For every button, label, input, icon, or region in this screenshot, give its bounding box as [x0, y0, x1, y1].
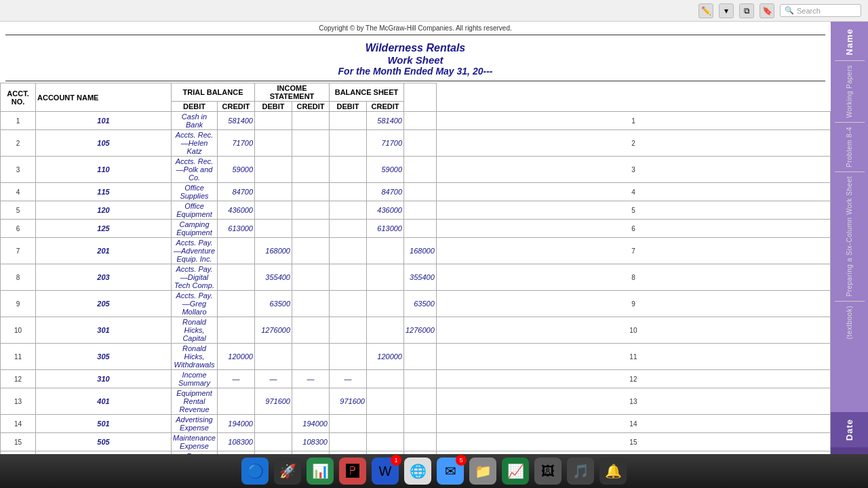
worksheet-table: ACCT.NO. ACCOUNT NAME TRIAL BALANCE INCO… [0, 83, 831, 488]
table-row: 9205Accts. Pay.—Greg Mollaro63500635009 [1, 291, 831, 317]
excel-icon[interactable]: 📈 [502, 458, 529, 485]
tb-credit-header: CREDIT [218, 102, 255, 112]
account-name-cell: Equipment Rental Revenue [172, 388, 218, 415]
bs-credit-header: CREDIT [367, 102, 404, 112]
table-row: 8203Accts. Pay.—Digital Tech Comp.355400… [1, 264, 831, 291]
is-debit-header: DEBIT [255, 102, 292, 112]
search-box[interactable]: 🔍 Search [780, 4, 861, 17]
photos-icon[interactable]: 🖼 [534, 458, 561, 485]
tb-debit-header: DEBIT [172, 102, 218, 112]
doc-period: For the Month Ended May 31, 20--- [0, 66, 831, 77]
account-name-cell: Camping Equipment [172, 220, 218, 238]
word-badge: 1 [391, 455, 401, 466]
balance-sheet-header: BALANCE SHEET [330, 83, 404, 102]
table-row: 3110Accts. Rec.—Polk and Co.59000590003 [1, 157, 831, 183]
account-name-cell: Accts. Rec.—Polk and Co. [172, 157, 218, 183]
edit-icon[interactable]: ✏️ [698, 3, 713, 18]
word-icon[interactable]: W 1 [372, 458, 399, 485]
table-row: 5120Office Equipment4360004360005 [1, 201, 831, 220]
account-name-cell: Accts. Pay.—Adventure Equip. Inc. [172, 238, 218, 264]
sidebar-name-label: Name [843, 24, 856, 59]
account-name-header: ACCOUNT NAME [36, 83, 172, 112]
account-name-cell: Accts. Pay.—Digital Tech Comp. [172, 264, 218, 291]
dropdown-icon[interactable]: ▾ [719, 3, 734, 18]
income-statement-header: INCOME STATEMENT [255, 83, 330, 102]
sidebar-problem: Problem 8-4 [844, 124, 854, 170]
account-name-cell: Ronald Hicks, Withdrawals [172, 344, 218, 370]
account-name-cell: Office Equipment [172, 201, 218, 220]
sidebar-working-papers: Working Papers [844, 62, 854, 121]
header-row-1: ACCT.NO. ACCOUNT NAME TRIAL BALANCE INCO… [1, 83, 831, 102]
sidebar-date-label: Date [843, 415, 856, 445]
table-row: 15505Maintenance Expense10830010830015 [1, 433, 831, 451]
is-credit-header: CREDIT [292, 102, 330, 112]
right-sidebar: Name Working Papers Problem 8-4 Preparin… [831, 22, 868, 488]
account-name-cell: Office Supplies [172, 183, 218, 201]
search-icon: 🔍 [785, 6, 794, 15]
music-icon[interactable]: 🎵 [567, 458, 594, 485]
table-row: 13401Equipment Rental Revenue97160097160… [1, 388, 831, 415]
dashboard-icon[interactable]: 📊 [307, 458, 334, 485]
table-row: 10301Ronald Hicks, Capital12760001276000… [1, 317, 831, 344]
main-content: Copyright © by The McGraw-Hill Companies… [0, 22, 831, 488]
table-row: 4115Office Supplies84700847004 [1, 183, 831, 201]
copyright-text: Copyright © by The McGraw-Hill Companies… [0, 22, 831, 33]
taskbar: 🔵 🚀 📊 🅿 W 1 🌐 ✉ 5 📁 📈 🖼 🎵 🔔 [0, 454, 868, 488]
account-name-cell: Advertising Expense [172, 415, 218, 433]
mail-badge: 5 [456, 455, 467, 466]
finder2-icon[interactable]: 📁 [469, 458, 496, 485]
account-name-cell: Ronald Hicks, Capital [172, 317, 218, 344]
account-name-cell: Cash in Bank [172, 112, 218, 130]
table-row: 1101Cash in Bank5814005814001 [1, 112, 831, 130]
trial-balance-header: TRIAL BALANCE [172, 83, 255, 102]
notification-icon[interactable]: 🔔 [599, 458, 627, 485]
chrome-icon[interactable]: 🌐 [404, 458, 431, 485]
launchpad-icon[interactable]: 🚀 [274, 458, 301, 485]
doc-type: Work Sheet [0, 54, 831, 66]
search-placeholder: Search [797, 7, 821, 15]
company-name: Wilderness Rentals [0, 42, 831, 54]
account-name-cell: Accts. Pay.—Greg Mollaro [172, 291, 218, 317]
table-row: 7201Accts. Pay.—Adventure Equip. Inc.168… [1, 238, 831, 264]
finder-icon[interactable]: 🔵 [241, 458, 269, 485]
sidebar-textbook: (textbook) [844, 303, 854, 342]
powerpoint-icon[interactable]: 🅿 [339, 458, 366, 485]
table-row: 14501Advertising Expense19400019400014 [1, 415, 831, 433]
document-header: Wilderness Rentals Work Sheet For the Mo… [0, 37, 831, 79]
table-row: 2105Accts. Rec.—Helen Katz71700717002 [1, 130, 831, 157]
table-row: 6125Camping Equipment6130006130006 [1, 220, 831, 238]
table-row: 11305Ronald Hicks, Withdrawals1200001200… [1, 344, 831, 370]
bs-debit-header: DEBIT [330, 102, 367, 112]
account-name-cell: Accts. Rec.—Helen Katz [172, 130, 218, 157]
sidebar-preparing: Preparing a Six-Column Work Sheet [844, 174, 854, 300]
account-name-cell: Maintenance Expense [172, 433, 218, 451]
row-num-header [404, 83, 437, 112]
table-row: 12310Income Summary————12 [1, 370, 831, 388]
acct-no-header: ACCT.NO. [1, 83, 36, 112]
account-name-cell: Income Summary [172, 370, 218, 388]
copy-icon[interactable]: ⧉ [739, 3, 754, 18]
bookmark-icon[interactable]: 🔖 [760, 3, 774, 18]
mail-icon[interactable]: ✉ 5 [437, 458, 464, 485]
toolbar: ✏️ ▾ ⧉ 🔖 🔍 Search [0, 0, 868, 22]
